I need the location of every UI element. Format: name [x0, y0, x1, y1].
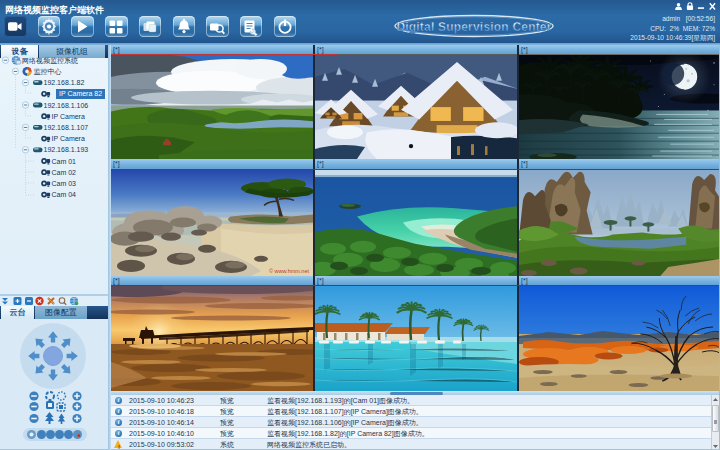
svg-text:© www.hmm.net: © www.hmm.net: [269, 268, 310, 274]
svg-text:Digital Supervision Center: Digital Supervision Center: [396, 20, 551, 34]
